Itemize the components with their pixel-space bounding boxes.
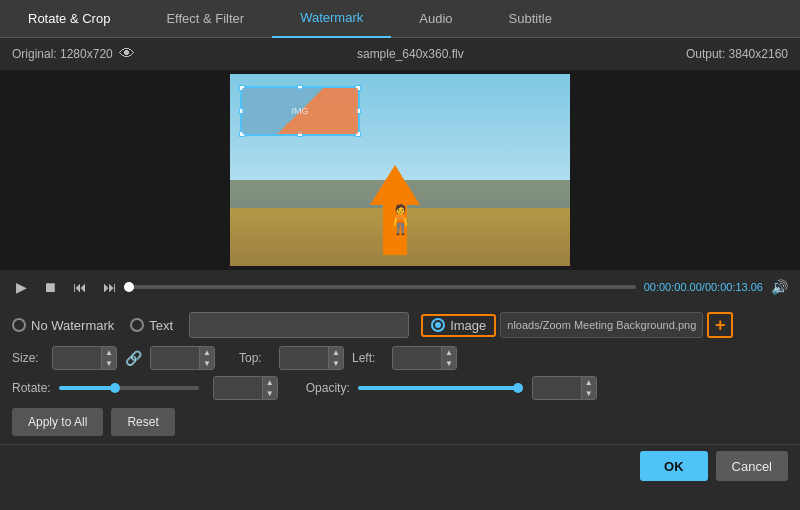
radio-circle-text (130, 318, 144, 332)
radio-circle-no-watermark (12, 318, 26, 332)
rotate-thumb (110, 383, 120, 393)
watermark-overlay[interactable]: IMG (240, 86, 360, 136)
progress-track[interactable] (129, 285, 636, 289)
tab-effect-filter[interactable]: Effect & Filter (138, 0, 272, 38)
top-spinner[interactable]: 235 ▲ ▼ (279, 346, 344, 370)
opacity-down[interactable]: ▼ (582, 388, 596, 399)
opacity-label: Opacity: (306, 381, 350, 395)
preview-area: IMG 🧍 (0, 70, 800, 270)
opacity-fill (358, 386, 518, 390)
footer: OK Cancel (0, 444, 800, 487)
opacity-spinner-btns: ▲ ▼ (581, 377, 596, 399)
width-up[interactable]: ▲ (102, 347, 116, 358)
left-up[interactable]: ▲ (442, 347, 456, 358)
link-icon[interactable]: 🔗 (125, 350, 142, 366)
output-resolution: Output: 3840x2160 (686, 47, 788, 61)
figure-silhouette: 🧍 (383, 203, 418, 236)
rotate-fill (59, 386, 115, 390)
left-spinner[interactable]: 187 ▲ ▼ (392, 346, 457, 370)
stop-button[interactable]: ⏹ (39, 277, 61, 297)
height-input[interactable]: 648 (151, 347, 199, 369)
opacity-slider[interactable] (358, 386, 518, 390)
tab-bar: Rotate & Crop Effect & Filter Watermark … (0, 0, 800, 38)
progress-thumb (124, 282, 134, 292)
size-label: Size: (12, 351, 44, 365)
width-down[interactable]: ▼ (102, 358, 116, 369)
top-label: Top: (239, 351, 271, 365)
width-spinner[interactable]: 1152 ▲ ▼ (52, 346, 117, 370)
height-spinner[interactable]: 648 ▲ ▼ (150, 346, 215, 370)
radio-text[interactable]: Text (130, 318, 173, 333)
rotate-down[interactable]: ▼ (263, 388, 277, 399)
bottom-actions: Apply to All Reset (12, 408, 788, 436)
add-image-button[interactable]: + (707, 312, 733, 338)
rotate-up[interactable]: ▲ (263, 377, 277, 388)
rotate-opacity-row: Rotate: 0 ▲ ▼ Opacity: 100 ▲ ▼ (12, 376, 788, 400)
tab-rotate-crop[interactable]: Rotate & Crop (0, 0, 138, 38)
opacity-input[interactable]: 100 (533, 377, 581, 399)
radio-image[interactable]: Image (421, 314, 496, 337)
prev-frame-button[interactable]: ⏮ (69, 277, 91, 297)
size-position-row: Size: 1152 ▲ ▼ 🔗 648 ▲ ▼ Top: 235 ▲ ▼ Le… (12, 346, 788, 370)
rotate-spinner-btns: ▲ ▼ (262, 377, 277, 399)
height-down[interactable]: ▼ (200, 358, 214, 369)
rotate-input[interactable]: 0 (214, 377, 262, 399)
playback-bar: ▶ ⏹ ⏮ ⏭ 00:00:00.00/00:00:13.06 🔊 (0, 270, 800, 304)
left-label: Left: (352, 351, 384, 365)
reset-button[interactable]: Reset (111, 408, 174, 436)
top-down[interactable]: ▼ (329, 358, 343, 369)
controls-panel: No Watermark Text Image nloads/Zoom Meet… (0, 304, 800, 444)
time-display: 00:00:00.00/00:00:13.06 (644, 281, 763, 293)
image-section: Image nloads/Zoom Meeting Background.png… (421, 312, 733, 338)
height-spinner-btns: ▲ ▼ (199, 347, 214, 369)
tab-watermark[interactable]: Watermark (272, 0, 391, 38)
tab-audio[interactable]: Audio (391, 0, 480, 38)
opacity-spinner[interactable]: 100 ▲ ▼ (532, 376, 597, 400)
next-frame-button[interactable]: ⏭ (99, 277, 121, 297)
eye-icon[interactable]: 👁 (119, 45, 135, 63)
text-watermark-input[interactable] (189, 312, 409, 338)
top-spinner-btns: ▲ ▼ (328, 347, 343, 369)
radio-no-watermark[interactable]: No Watermark (12, 318, 114, 333)
top-up[interactable]: ▲ (329, 347, 343, 358)
left-input[interactable]: 187 (393, 347, 441, 369)
left-spinner-btns: ▲ ▼ (441, 347, 456, 369)
left-down[interactable]: ▼ (442, 358, 456, 369)
width-input[interactable]: 1152 (53, 347, 101, 369)
play-button[interactable]: ▶ (12, 277, 31, 297)
video-frame: IMG 🧍 (230, 74, 570, 266)
info-bar: Original: 1280x720 👁 sample_640x360.flv … (0, 38, 800, 70)
filename: sample_640x360.flv (135, 47, 686, 61)
watermark-type-row: No Watermark Text Image nloads/Zoom Meet… (12, 312, 788, 338)
opacity-thumb (513, 383, 523, 393)
radio-circle-image (431, 318, 445, 332)
rotate-label: Rotate: (12, 381, 51, 395)
opacity-up[interactable]: ▲ (582, 377, 596, 388)
tab-subtitle[interactable]: Subtitle (481, 0, 580, 38)
width-spinner-btns: ▲ ▼ (101, 347, 116, 369)
top-input[interactable]: 235 (280, 347, 328, 369)
rotate-spinner[interactable]: 0 ▲ ▼ (213, 376, 278, 400)
rotate-slider[interactable] (59, 386, 199, 390)
ok-button[interactable]: OK (640, 451, 708, 481)
image-file-path: nloads/Zoom Meeting Background.png (500, 312, 703, 338)
original-resolution: Original: 1280x720 (12, 47, 113, 61)
cancel-button[interactable]: Cancel (716, 451, 788, 481)
height-up[interactable]: ▲ (200, 347, 214, 358)
volume-icon[interactable]: 🔊 (771, 279, 788, 295)
apply-to-all-button[interactable]: Apply to All (12, 408, 103, 436)
